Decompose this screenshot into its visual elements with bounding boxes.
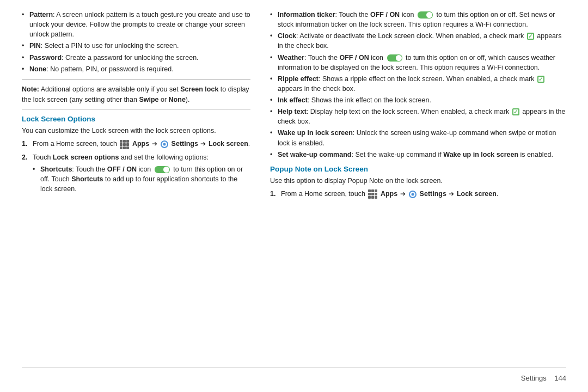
shortcuts-toggle-icon xyxy=(155,166,170,173)
apps-label: Apps xyxy=(132,140,149,148)
popup-arrow-1: ➔ xyxy=(400,190,406,198)
shortcuts-label: Shortcuts xyxy=(40,166,72,173)
help-label: Help text xyxy=(278,108,307,115)
popup-step-1: 1. From a Home screen, touch Apps ➔ xyxy=(270,189,566,199)
none-text: : No pattern, PIN, or password is requir… xyxy=(46,65,173,73)
top-bullet-list: Pattern: A screen unlock pattern is a to… xyxy=(22,10,250,74)
pin-text: : Select a PIN to use for unlocking the … xyxy=(41,42,179,50)
info-ticker-toggle xyxy=(418,11,433,19)
popup-settings-label: Settings xyxy=(420,190,446,198)
bullet-clock: Clock: Activate or deactivate the Lock s… xyxy=(270,31,566,51)
ink-label: Ink effect xyxy=(278,96,308,104)
password-label: Password xyxy=(29,54,62,62)
pattern-label: Pattern xyxy=(29,11,53,19)
bullet-password: Password: Create a password for unlockin… xyxy=(22,53,250,63)
sub-bullets: Shortcuts: Touch the OFF / ON icon to tu… xyxy=(33,164,250,194)
wakeup-label: Wake up in lock screen xyxy=(278,129,353,137)
bullet-info-ticker: Information ticker: Touch the OFF / ON i… xyxy=(270,10,566,29)
shortcuts-bullet: Shortcuts: Touch the OFF / ON icon to tu… xyxy=(33,164,250,194)
lock-screen-numbered-list: 1. From a Home screen, touch Apps ➔ Sett… xyxy=(22,139,250,198)
popup-step-1-content: From a Home screen, touch Apps ➔ Setting… xyxy=(281,189,566,199)
step-1: 1. From a Home screen, touch Apps ➔ Sett… xyxy=(22,139,250,149)
content-area: Pattern: A screen unlock pattern is a to… xyxy=(22,10,566,367)
lock-screen-label: Lock screen xyxy=(209,140,248,148)
ripple-label: Ripple effect xyxy=(278,75,318,83)
popup-note-desc: Use this option to display Popup Note on… xyxy=(270,176,566,186)
password-text: : Create a password for unlocking the sc… xyxy=(62,54,199,62)
popup-apps-grid-icon xyxy=(368,189,377,199)
apps-grid-icon xyxy=(120,140,129,149)
note-bold2: Swipe xyxy=(139,96,158,103)
weather-label: Weather xyxy=(278,54,304,62)
bullet-wakeup: Wake up in lock screen: Unlock the scree… xyxy=(270,128,566,148)
note-text: Additional options are available only if… xyxy=(22,85,249,103)
lock-screen-options-desc: You can customize the Lock screen with t… xyxy=(22,126,250,136)
note-bold3: None xyxy=(169,96,186,103)
arrow-1: ➔ xyxy=(152,140,157,148)
left-column: Pattern: A screen unlock pattern is a to… xyxy=(22,10,250,367)
footer-page-number: 144 xyxy=(554,374,566,382)
bullet-pattern: Pattern: A screen unlock pattern is a to… xyxy=(22,10,250,39)
ripple-checkmark-icon xyxy=(537,76,544,83)
clock-checkmark-icon xyxy=(527,33,534,40)
step-2: 2. Touch Lock screen options and set the… xyxy=(22,152,250,199)
popup-apps-label: Apps xyxy=(381,190,397,198)
settings-gear-icon xyxy=(161,140,168,148)
arrow-2: ➔ xyxy=(200,140,206,148)
bullet-ripple: Ripple effect: Shows a ripple effect on … xyxy=(270,74,566,94)
page: Pattern: A screen unlock pattern is a to… xyxy=(0,0,588,392)
bullet-weather: Weather: Touch the OFF / ON icon to turn… xyxy=(270,53,566,72)
shortcuts-off-on: OFF / ON xyxy=(107,166,137,173)
step-1-content: From a Home screen, touch Apps ➔ Setting… xyxy=(33,139,250,149)
pin-label: PIN xyxy=(29,42,41,50)
popup-settings-icon xyxy=(409,191,416,198)
weather-off-on: OFF / ON xyxy=(340,54,369,62)
popup-arrow-2: ➔ xyxy=(449,190,454,198)
bullet-none: None: No pattern, PIN, or password is re… xyxy=(22,64,250,74)
setwake-label: Set wake-up command xyxy=(278,151,351,158)
right-column: Information ticker: Touch the OFF / ON i… xyxy=(270,10,566,367)
note-bold1: Screen lock xyxy=(180,85,218,93)
bullet-ink: Ink effect: Shows the ink effect on the … xyxy=(270,95,566,105)
settings-label: Settings xyxy=(171,140,198,148)
popup-note-numbered-list: 1. From a Home screen, touch Apps ➔ xyxy=(270,189,566,199)
footer-divider xyxy=(22,367,566,368)
right-bullet-list: Information ticker: Touch the OFF / ON i… xyxy=(270,10,566,160)
setwake-bold1: Wake up in lock screen xyxy=(443,151,518,158)
info-ticker-off-on: OFF / ON xyxy=(370,11,400,19)
popup-lock-label: Lock screen xyxy=(457,190,497,198)
step-1-num: 1. xyxy=(22,139,29,149)
step-2-content: Touch Lock screen options and set the fo… xyxy=(33,152,250,199)
footer-section: Settings xyxy=(521,374,547,382)
lock-screen-options-link: Lock screen options xyxy=(53,154,119,161)
clock-label: Clock xyxy=(278,32,296,40)
note-box: Note: Additional options are available o… xyxy=(22,79,250,110)
popup-step-1-num: 1. xyxy=(270,189,278,199)
step-2-num: 2. xyxy=(22,152,29,162)
pattern-text: : A screen unlock pattern is a touch ges… xyxy=(29,11,250,38)
info-ticker-label: Information ticker xyxy=(278,11,335,19)
note-prefix: Note: xyxy=(22,85,39,93)
bullet-pin: PIN: Select a PIN to use for unlocking t… xyxy=(22,41,250,51)
bullet-help: Help text: Display help text on the lock… xyxy=(270,107,566,126)
page-footer: Settings 144 xyxy=(22,371,566,382)
bullet-setwake: Set wake-up command: Set the wake-up com… xyxy=(270,150,566,160)
none-label: None xyxy=(29,65,46,73)
popup-note-heading: Popup Note on Lock Screen xyxy=(270,165,566,173)
weather-toggle xyxy=(387,54,402,62)
lock-screen-options-heading: Lock Screen Options xyxy=(22,115,250,123)
help-checkmark-icon xyxy=(512,108,519,115)
shortcuts-bold2: Shortcuts xyxy=(71,175,103,183)
